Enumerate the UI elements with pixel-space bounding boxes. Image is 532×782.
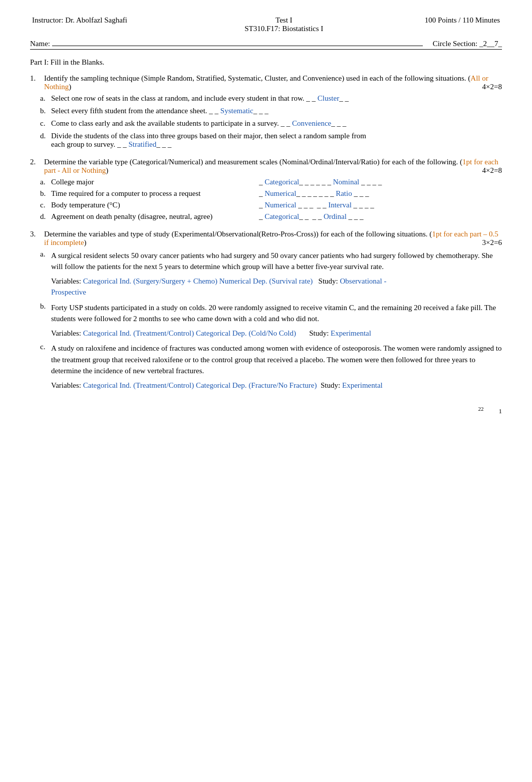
q3a-text: A surgical resident selects 50 ovary can… (51, 250, 502, 273)
q3c-content: A study on raloxifene and incidence of f… (51, 343, 502, 391)
q2a-answer: _ Categorical_ _ _ _ _ _ Nominal _ _ _ _ (259, 178, 382, 186)
part-title: Part I: Fill in the Blanks. (30, 57, 502, 68)
q1-num: 1. (30, 74, 44, 83)
q1-item-b: b. Select every fifth student from the a… (40, 107, 502, 115)
q1-item-a: a. Select one row of seats in the class … (40, 94, 502, 103)
q1c-answer: Convenience (292, 119, 331, 127)
q3-highlight: 1pt for each part – 0.5 if incomplete (44, 230, 498, 246)
q3-text: Determine the variables and type of stud… (44, 230, 502, 247)
q1-sublist: a. Select one row of seats in the class … (40, 94, 502, 149)
q2b-answer: _ Numerical_ _ _ _ _ _ _ Ratio _ _ _ (259, 189, 369, 198)
q3-sublist: a. A surgical resident selects 50 ovary … (40, 250, 502, 391)
instructor-label: Instructor: Dr. Abolfazl Saghafi (30, 15, 209, 34)
q3-item-b: b. Forty USP students participated in a … (40, 302, 502, 339)
q1-score: 4×2=8 (482, 83, 502, 91)
test-subtitle: ST310.F17: Biostatistics I (211, 25, 357, 33)
q2-item-a: a. College major _ Categorical_ _ _ _ _ … (40, 178, 502, 186)
q2a-label: College major (51, 178, 259, 186)
q2-text: Determine the variable type (Categorical… (44, 158, 502, 175)
q2-item-c: c. Body temperature (°C) _ Numerical _ _… (40, 201, 502, 209)
q2-item-d: d. Agreement on death penalty (disagree,… (40, 212, 502, 221)
name-label: Name: (30, 40, 50, 48)
name-field[interactable] (52, 37, 423, 46)
q3c-variables: Variables: Categorical Ind. (Treatment/C… (51, 380, 502, 391)
q3-item-c: c. A study on raloxifene and incidence o… (40, 343, 502, 391)
points-label: 100 Points / 110 Minutes (359, 15, 502, 34)
question-2: 2. Determine the variable type (Categori… (30, 158, 502, 221)
q2-highlight: 1pt for each part - All or Nothing (44, 158, 498, 174)
q3-item-a: a. A surgical resident selects 50 ovary … (40, 250, 502, 298)
question-1: 1. Identify the sampling technique (Simp… (30, 74, 502, 149)
q1-item-c: c. Come to class early and ask the avail… (40, 119, 502, 128)
q3b-variables: Variables: Categorical Ind. (Treatment/C… (51, 328, 502, 339)
q3b-content: Forty USP students participated in a stu… (51, 302, 502, 339)
q2-sublist: a. College major _ Categorical_ _ _ _ _ … (40, 178, 502, 221)
q2-item-b: b. Time required for a computer to proce… (40, 189, 502, 198)
q3a-variables: Variables: Categorical Ind. (Surgery/Sur… (51, 276, 502, 298)
q1d-answer: Stratified (128, 140, 156, 148)
q1-text: Identify the sampling technique (Simple … (44, 74, 502, 91)
circle-section: Circle Section: _2__7_ (433, 40, 502, 48)
q3b-var-text: Categorical Ind. (Treatment/Control) Cat… (83, 329, 296, 337)
header-table: Instructor: Dr. Abolfazl Saghafi Test I … (30, 15, 502, 34)
q3b-study: Experimental (331, 329, 371, 337)
q1a-answer: Cluster (318, 94, 339, 102)
q3-num: 3. (30, 230, 44, 238)
page-number: 22 1 (30, 406, 502, 415)
q3a-study2: Prospective (51, 288, 86, 296)
q3c-study: Experimental (342, 381, 383, 389)
page-sup: 22 (478, 406, 484, 415)
question-3: 3. Determine the variables and type of s… (30, 230, 502, 391)
q3b-text: Forty USP students participated in a stu… (51, 302, 502, 325)
q1b-answer: Systematic (220, 107, 253, 115)
q3-score: 3×2=6 (482, 238, 502, 247)
q2-num: 2. (30, 158, 44, 166)
name-line: Name: Circle Section: _2__7_ (30, 37, 502, 50)
q2d-answer: _ Categorical_ _ _ _ Ordinal _ _ _ (259, 212, 364, 221)
q2b-label: Time required for a computer to process … (51, 189, 259, 198)
q2-score: 4×2=8 (482, 166, 502, 175)
q3a-var-text: Categorical Ind. (Surgery/Surgery + Chem… (83, 277, 313, 285)
q3a-content: A surgical resident selects 50 ovary can… (51, 250, 502, 298)
page-num-label: 1 (499, 407, 502, 415)
q2d-label: Agreement on death penalty (disagree, ne… (51, 212, 259, 221)
q2c-answer: _ Numerical _ _ _ _ _ Interval _ _ _ _ (259, 201, 374, 209)
q3c-text: A study on raloxifene and incidence of f… (51, 343, 502, 377)
q1-highlight: All or Nothing (44, 74, 488, 91)
q3c-var-text: Categorical Ind. (Treatment/Control) Cat… (83, 381, 317, 389)
q2c-label: Body temperature (°C) (51, 201, 259, 209)
q1-item-d: d. Divide the students of the class into… (40, 132, 502, 149)
q3a-study: Observational - (340, 277, 387, 285)
test-title: Test I (211, 16, 357, 25)
